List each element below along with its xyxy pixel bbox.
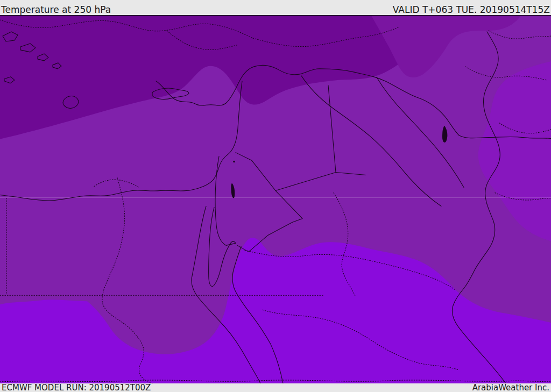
weather-map [0, 15, 551, 383]
model-run-label: ECMWF MODEL RUN: 20190512T00Z [2, 383, 151, 392]
map-title: Temperature at 250 hPa [1, 5, 111, 15]
provider-credit: ArabiaWeather Inc. [472, 383, 549, 392]
sea-of-galilee [233, 161, 235, 163]
temperature-map-canvas [0, 16, 551, 383]
valid-time-label: VALID T+063 TUE. 20190514T15Z [393, 5, 550, 15]
footer-bar: ECMWF MODEL RUN: 20190512T00Z ArabiaWeat… [0, 383, 551, 392]
title-bar: Temperature at 250 hPa VALID T+063 TUE. … [0, 0, 551, 15]
